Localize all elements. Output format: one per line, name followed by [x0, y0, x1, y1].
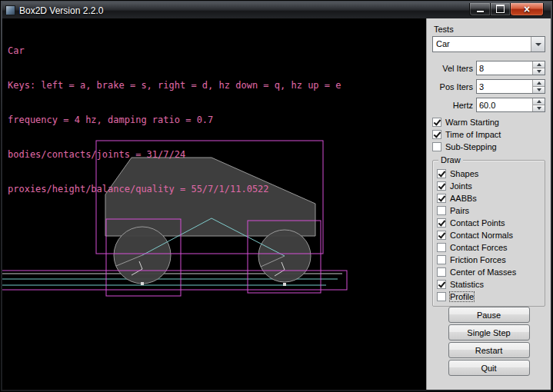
draw-group: Draw Shapes Joints AABBs Pairs: [432, 160, 545, 307]
box2d-window: Box2D Version 2.2.0 ×: [0, 0, 553, 392]
close-button[interactable]: ×: [511, 3, 544, 16]
checkbox-box[interactable]: [432, 118, 441, 127]
tests-label: Tests: [434, 25, 545, 34]
overlay-line-frequency: frequency = 4 hz, damping ratio = 0.7: [8, 115, 341, 126]
vel-iters-input[interactable]: [477, 61, 532, 75]
checkbox-contact-forces[interactable]: Contact Forces: [437, 241, 541, 254]
checkbox-label: Contact Normals: [450, 231, 513, 240]
vel-iters-row: Vel Iters: [432, 61, 545, 75]
tests-dropdown-button[interactable]: [531, 37, 545, 51]
vel-iters-spin-buttons: [532, 61, 545, 75]
window-controls: ×: [469, 3, 544, 16]
checkbox-box[interactable]: [437, 231, 446, 240]
checkbox-friction-forces[interactable]: Friction Forces: [437, 254, 541, 266]
checkbox-contact-points[interactable]: Contact Points: [437, 217, 541, 229]
checkbox-box[interactable]: [437, 243, 446, 252]
app-icon: [5, 5, 15, 15]
checkbox-label: Joints: [450, 181, 472, 191]
pos-iters-label: Pos Iters: [440, 82, 473, 91]
hertz-input[interactable]: [477, 98, 532, 111]
vel-iters-spinner: [476, 61, 545, 75]
overlay-line-proxies: proxies/height/balance/quality = 55/7/1/…: [8, 184, 341, 195]
hertz-down-button[interactable]: [533, 105, 545, 111]
hertz-label: Hertz: [453, 101, 473, 110]
checkbox-pairs[interactable]: Pairs: [437, 204, 541, 217]
checkbox-box[interactable]: [437, 267, 446, 277]
debug-text-overlay: Car Keys: left = a, brake = s, right = d…: [8, 22, 341, 218]
window-content: Car Keys: left = a, brake = s, right = d…: [2, 18, 551, 390]
chevron-down-icon: [535, 43, 541, 46]
control-panel: Tests Car Vel Iters Pos Iters: [426, 18, 551, 390]
vel-iters-up-button[interactable]: [533, 61, 545, 68]
spin-down-icon: [537, 88, 541, 91]
checkbox-center-of-masses[interactable]: Center of Masses: [437, 266, 541, 278]
checkbox-label: Center of Masses: [450, 267, 516, 277]
checkbox-contact-normals[interactable]: Contact Normals: [437, 229, 541, 241]
checkbox-label: Statistics: [450, 280, 484, 289]
overlay-line-keys: Keys: left = a, brake = s, right = d, hz…: [8, 80, 341, 91]
titlebar[interactable]: Box2D Version 2.2.0 ×: [2, 2, 551, 18]
checkbox-box[interactable]: [437, 181, 446, 191]
quit-button[interactable]: Quit: [448, 360, 530, 376]
checkbox-label: Friction Forces: [450, 255, 506, 264]
checkbox-box[interactable]: [437, 194, 446, 203]
checkbox-shapes[interactable]: Shapes: [437, 168, 541, 180]
checkbox-label: Sub-Stepping: [445, 142, 497, 151]
checkbox-label: Contact Points: [450, 218, 505, 228]
maximize-button[interactable]: [490, 3, 511, 16]
vel-iters-label: Vel Iters: [442, 64, 473, 73]
checkbox-box[interactable]: [432, 142, 441, 151]
vel-iters-down-button[interactable]: [533, 68, 545, 75]
pos-iters-input[interactable]: [477, 80, 532, 93]
close-icon: ×: [524, 4, 530, 15]
checkbox-joints[interactable]: Joints: [437, 180, 541, 192]
tests-dropdown-value: Car: [433, 37, 531, 51]
spin-up-icon: [537, 100, 541, 103]
overlay-line-test-name: Car: [8, 45, 341, 57]
checkbox-sub-stepping[interactable]: Sub-Stepping: [432, 141, 545, 153]
checkbox-aabbs[interactable]: AABBs: [437, 192, 541, 204]
draw-group-label: Draw: [438, 155, 463, 164]
hertz-row: Hertz: [432, 98, 545, 112]
hertz-spin-buttons: [532, 98, 545, 111]
checkbox-box[interactable]: [437, 255, 446, 264]
pos-iters-spin-buttons: [532, 80, 545, 93]
window-title: Box2D Version 2.2.0: [19, 5, 103, 16]
checkbox-box[interactable]: [437, 218, 446, 228]
pos-iters-down-button[interactable]: [533, 86, 545, 93]
pause-button[interactable]: Pause: [448, 307, 530, 323]
minimize-icon: [477, 8, 484, 12]
checkbox-label: Shapes: [450, 169, 478, 178]
overlay-line-bodies: bodies/contacts/joints = 31/7/24: [8, 149, 341, 161]
pos-iters-row: Pos Iters: [432, 79, 545, 94]
checkbox-box[interactable]: [437, 280, 446, 289]
checkbox-label: Warm Starting: [445, 118, 499, 127]
spin-down-icon: [537, 70, 541, 73]
hertz-up-button[interactable]: [533, 98, 545, 105]
checkbox-statistics[interactable]: Statistics: [437, 278, 541, 291]
checkbox-box[interactable]: [437, 292, 446, 301]
checkbox-label: AABBs: [450, 194, 477, 203]
single-step-button[interactable]: Single Step: [448, 324, 530, 341]
checkbox-box[interactable]: [437, 206, 446, 215]
pos-iters-spinner: [476, 79, 545, 94]
checkbox-box[interactable]: [432, 130, 441, 139]
tests-dropdown[interactable]: Car: [432, 36, 545, 52]
checkbox-box[interactable]: [437, 169, 446, 178]
checkbox-profile[interactable]: Profile: [437, 291, 541, 303]
checkbox-label: Pairs: [450, 206, 469, 215]
checkbox-time-of-impact[interactable]: Time of Impact: [432, 128, 545, 141]
spin-up-icon: [537, 63, 541, 66]
spin-down-icon: [537, 107, 541, 110]
maximize-icon: [496, 5, 505, 13]
spin-up-icon: [537, 81, 541, 85]
hertz-spinner: [476, 98, 545, 112]
checkbox-warm-starting[interactable]: Warm Starting: [432, 116, 545, 128]
restart-button[interactable]: Restart: [448, 342, 530, 358]
checkbox-label: Profile: [450, 292, 474, 301]
minimize-button[interactable]: [469, 3, 490, 16]
simulation-viewport[interactable]: Car Keys: left = a, brake = s, right = d…: [2, 18, 426, 390]
checkbox-label: Time of Impact: [445, 130, 501, 139]
checkbox-label: Contact Forces: [450, 243, 508, 252]
pos-iters-up-button[interactable]: [533, 80, 545, 86]
